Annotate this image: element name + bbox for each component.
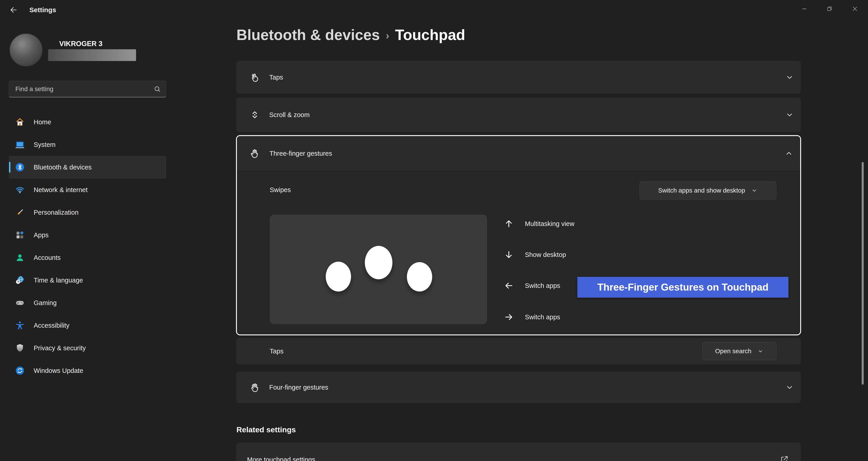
minimize-icon [801, 5, 808, 12]
sidebar-item-home[interactable]: Home [9, 111, 166, 133]
restore-icon [827, 6, 833, 12]
arrow-right-icon [504, 312, 514, 322]
chevron-down-icon [751, 187, 758, 194]
three-finger-gestures-card: Three-finger gestures Swipes Switch apps… [236, 135, 801, 335]
sidebar-item-label: Accessibility [34, 322, 69, 329]
sidebar-item-accounts[interactable]: Accounts [9, 246, 166, 269]
chevron-up-icon [784, 149, 794, 158]
gesture-row-up: Multitasking view [499, 215, 575, 233]
settings-window: Settings VIK [0, 0, 868, 461]
tap-gesture-icon [249, 72, 260, 83]
taps-action-dropdown-value: Open search [715, 347, 751, 355]
globe-clock-icon [15, 275, 25, 285]
scroll-zoom-label: Scroll & zoom [269, 111, 310, 119]
sidebar-nav: Home System Bluetooth & devices [9, 111, 166, 382]
scroll-zoom-icon [249, 110, 260, 120]
person-icon [15, 253, 25, 263]
arrow-down-icon [504, 249, 514, 260]
more-touchpad-settings-link[interactable]: More touchpad settings [237, 443, 801, 461]
system-icon [15, 140, 25, 150]
sidebar-item-privacy-security[interactable]: Privacy & security [9, 337, 166, 359]
sidebar-item-time-language[interactable]: Time & language [9, 269, 166, 291]
three-finger-taps-row: Taps Open search [237, 338, 801, 364]
three-finger-taps-label: Taps [270, 347, 283, 355]
chevron-down-icon [785, 383, 794, 392]
breadcrumb-parent[interactable]: Bluetooth & devices [237, 27, 380, 43]
chevron-down-icon [785, 110, 794, 119]
breadcrumb-separator-icon: › [385, 30, 389, 41]
sidebar-item-label: Apps [34, 232, 49, 239]
four-finger-gestures-label: Four-finger gestures [269, 384, 328, 391]
update-icon [15, 366, 25, 376]
external-link-icon [780, 455, 789, 461]
gesture-label: Show desktop [525, 251, 566, 258]
accessibility-person-icon [15, 320, 25, 330]
taps-action-dropdown[interactable]: Open search [702, 342, 776, 360]
swipes-dropdown[interactable]: Switch apps and show desktop [640, 181, 776, 200]
sidebar-item-network-internet[interactable]: Network & internet [9, 179, 166, 201]
app-title: Settings [29, 0, 56, 20]
swipes-dropdown-value: Switch apps and show desktop [658, 187, 745, 194]
close-button[interactable] [842, 0, 868, 18]
sidebar-item-personalization[interactable]: Personalization [9, 201, 166, 224]
sidebar-item-label: System [34, 141, 56, 149]
sidebar-item-label: Gaming [34, 299, 57, 307]
search-icon[interactable] [154, 85, 161, 93]
avatar[interactable] [9, 33, 42, 66]
related-settings-heading: Related settings [237, 425, 296, 434]
wifi-icon [15, 185, 25, 195]
sidebar-item-label: Privacy & security [34, 344, 86, 352]
sidebar-item-label: Time & language [34, 277, 83, 284]
gamepad-icon [15, 298, 25, 308]
gesture-row-right: Switch apps [499, 308, 560, 326]
three-finger-gestures-label: Three-finger gestures [270, 150, 332, 157]
finger-dot [407, 262, 432, 291]
more-touchpad-settings-label: More touchpad settings [247, 456, 315, 461]
sidebar-item-accessibility[interactable]: Accessibility [9, 314, 166, 337]
gesture-row-left: Switch apps [499, 277, 560, 295]
taps-label: Taps [269, 74, 283, 81]
gesture-label: Switch apps [525, 282, 560, 289]
paintbrush-icon [15, 208, 25, 217]
sidebar-item-gaming[interactable]: Gaming [9, 291, 166, 314]
scroll-zoom-expander[interactable]: Scroll & zoom [237, 98, 801, 132]
taps-expander[interactable]: Taps [237, 61, 801, 94]
sidebar-item-label: Home [34, 118, 51, 126]
shield-icon [15, 343, 25, 353]
search-box [9, 81, 166, 97]
sidebar-item-bluetooth-devices[interactable]: Bluetooth & devices [9, 156, 166, 179]
page-title: Touchpad [395, 27, 465, 43]
three-finger-gestures-expander[interactable]: Three-finger gestures [237, 136, 800, 171]
bluetooth-icon [15, 162, 25, 172]
chevron-down-icon [785, 73, 794, 82]
vertical-scrollbar[interactable] [862, 162, 864, 385]
sidebar-item-system[interactable]: System [9, 133, 166, 156]
titlebar: Settings [0, 0, 868, 20]
restore-button[interactable] [817, 0, 842, 18]
apps-icon [15, 230, 25, 240]
sidebar-item-windows-update[interactable]: Windows Update [9, 359, 166, 382]
breadcrumb: Bluetooth & devices › Touchpad [237, 27, 465, 43]
gesture-label: Switch apps [525, 313, 560, 321]
search-input[interactable] [9, 81, 166, 97]
sidebar-item-apps[interactable]: Apps [9, 224, 166, 246]
chevron-down-icon [757, 348, 764, 354]
minimize-button[interactable] [792, 0, 817, 18]
close-icon [851, 5, 858, 12]
window-controls [792, 0, 868, 18]
finger-dot [365, 246, 393, 279]
overlay-banner: Three-Finger Gestures on Touchpad [577, 277, 788, 298]
sidebar-item-label: Accounts [34, 254, 61, 262]
gesture-row-down: Show desktop [499, 246, 566, 264]
profile-email-redacted [48, 49, 136, 61]
sidebar-item-label: Bluetooth & devices [34, 164, 92, 171]
finger-dot [326, 262, 351, 291]
gesture-label: Multitasking view [525, 220, 575, 227]
four-finger-hand-icon [249, 382, 260, 393]
sidebar-item-label: Network & internet [34, 186, 88, 194]
back-button[interactable] [7, 4, 20, 16]
arrow-left-icon [504, 280, 514, 291]
four-finger-gestures-expander[interactable]: Four-finger gestures [237, 372, 801, 403]
sidebar-item-label: Personalization [34, 209, 79, 216]
swipes-label: Swipes [270, 186, 291, 194]
